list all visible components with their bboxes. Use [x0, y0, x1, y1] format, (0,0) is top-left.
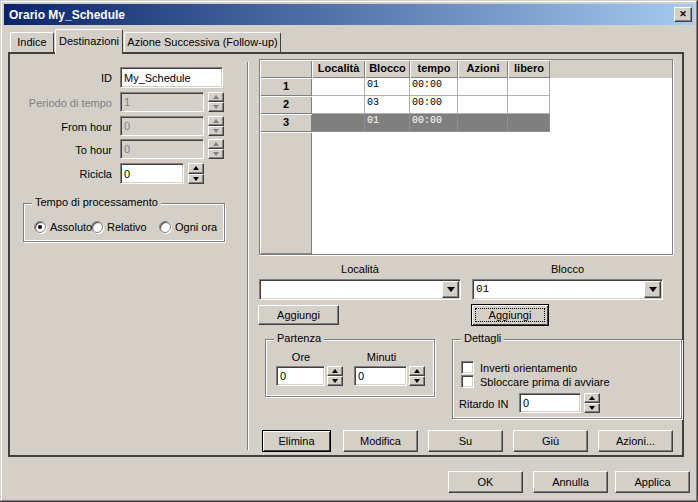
tempo-processamento-label: Tempo di processamento: [32, 196, 161, 209]
ok-button[interactable]: OK: [448, 471, 523, 493]
spin-up-icon: [208, 139, 224, 149]
orario-dialog: Orario My_Schedule ✕ Indice Destinazioni…: [0, 0, 698, 502]
cell-azioni[interactable]: [458, 96, 508, 114]
table-row[interactable]: 1 01 00:00: [260, 78, 672, 96]
table-row-selected[interactable]: 3 01 00:00: [260, 114, 672, 132]
blocco-combobox[interactable]: 01: [472, 279, 663, 300]
id-input[interactable]: [120, 67, 223, 88]
ricicla-input[interactable]: [120, 163, 184, 184]
spin-down-icon: [208, 126, 224, 136]
su-button[interactable]: Su: [428, 430, 503, 452]
sbloccare-checkbox[interactable]: [461, 375, 474, 388]
localita-label: Località: [259, 263, 461, 276]
spin-up-icon[interactable]: [409, 366, 425, 376]
applica-button[interactable]: Applica: [615, 471, 690, 493]
blocco-dropdown-button[interactable]: [644, 281, 661, 298]
inverti-orientamento-checkbox[interactable]: [461, 361, 474, 374]
aggiungi-blocco-button[interactable]: Aggiungi: [471, 304, 549, 326]
radio-assoluto[interactable]: [34, 221, 46, 233]
cell-blocco[interactable]: 03: [365, 96, 410, 114]
ore-input[interactable]: [276, 366, 325, 386]
minuti-input[interactable]: [354, 366, 407, 386]
from-hour-stepper: [208, 116, 224, 136]
cell-localita[interactable]: [312, 78, 365, 96]
aggiungi-localita-button[interactable]: Aggiungi: [258, 305, 339, 325]
modifica-button[interactable]: Modifica: [343, 430, 418, 452]
tab-azione-successiva[interactable]: Azione Successiva (Follow-up): [124, 32, 281, 52]
minuti-stepper[interactable]: [409, 366, 425, 386]
spin-down-icon[interactable]: [409, 376, 425, 386]
schedule-table[interactable]: Località Blocco tempo Azioni libero 1 01…: [259, 59, 673, 255]
chevron-down-icon: [447, 287, 455, 292]
azioni-button[interactable]: Azioni...: [598, 430, 673, 452]
ricicla-label: Ricicla: [18, 168, 112, 181]
spin-down-icon[interactable]: [327, 376, 343, 386]
col-header-azioni: Azioni: [458, 60, 508, 78]
col-header-tempo: tempo: [410, 60, 458, 78]
spin-down-icon: [208, 149, 224, 159]
table-row[interactable]: 2 03 00:00: [260, 96, 672, 114]
titlebar[interactable]: Orario My_Schedule ✕: [4, 4, 694, 25]
periodo-stepper: [208, 92, 224, 112]
dettagli-label: Dettagli: [461, 332, 504, 345]
spin-up-icon: [208, 116, 224, 126]
radio-relativo[interactable]: [91, 221, 103, 233]
col-header-localita: Località: [312, 60, 365, 78]
cell-libero[interactable]: [508, 96, 550, 114]
radio-ogni-ora[interactable]: [159, 221, 171, 233]
annulla-button[interactable]: Annulla: [533, 471, 608, 493]
giu-button[interactable]: Giù: [513, 430, 588, 452]
cell-blocco[interactable]: 01: [365, 78, 410, 96]
row-number[interactable]: 1: [260, 78, 312, 96]
spin-up-icon[interactable]: [327, 366, 343, 376]
localita-combobox[interactable]: [259, 279, 461, 300]
id-label: ID: [20, 72, 112, 85]
window-title: Orario My_Schedule: [9, 8, 125, 22]
radio-relativo-label: Relativo: [107, 221, 147, 234]
to-hour-input: [120, 139, 204, 159]
cell-localita[interactable]: [312, 96, 365, 114]
periodo-label: Periodo di tempo: [18, 97, 112, 110]
row-number[interactable]: 3: [260, 114, 312, 132]
cell-blocco[interactable]: 01: [365, 114, 410, 132]
cell-tempo[interactable]: 00:00: [410, 114, 458, 132]
close-button[interactable]: ✕: [674, 7, 692, 22]
ore-stepper[interactable]: [327, 366, 343, 386]
row-filler: [550, 114, 672, 132]
vertical-divider: [247, 62, 248, 450]
spin-up-icon[interactable]: [584, 393, 600, 403]
from-hour-label: From hour: [18, 121, 112, 134]
spin-down-icon[interactable]: [188, 174, 204, 185]
blocco-label: Blocco: [472, 263, 663, 276]
tab-destinazioni[interactable]: Destinazioni: [55, 29, 123, 54]
cell-tempo[interactable]: 00:00: [410, 96, 458, 114]
ritardo-in-input[interactable]: [519, 393, 581, 413]
dettagli-group: Dettagli Inverti orientamento Sbloccare …: [452, 339, 682, 419]
minuti-label: Minuti: [354, 351, 409, 364]
cell-tempo[interactable]: 00:00: [410, 78, 458, 96]
spin-up-icon[interactable]: [188, 163, 204, 174]
ore-label: Ore: [276, 351, 326, 364]
cell-libero[interactable]: [508, 114, 550, 132]
ritardo-in-label: Ritardo IN: [459, 398, 509, 411]
partenza-label: Partenza: [274, 332, 324, 345]
cell-azioni[interactable]: [458, 78, 508, 96]
row-filler: [550, 96, 672, 114]
cell-libero[interactable]: [508, 78, 550, 96]
spin-down-icon[interactable]: [584, 403, 600, 413]
row-header-filler: [260, 132, 312, 254]
tab-indice[interactable]: Indice: [10, 32, 54, 52]
row-number[interactable]: 2: [260, 96, 312, 114]
ritardo-in-stepper[interactable]: [584, 393, 600, 413]
elimina-button[interactable]: Elimina: [262, 430, 331, 452]
sbloccare-label: Sbloccare prima di avviare: [480, 376, 610, 389]
cell-azioni[interactable]: [458, 114, 508, 132]
ricicla-stepper[interactable]: [188, 163, 204, 184]
cell-localita[interactable]: [312, 114, 365, 132]
localita-dropdown-button[interactable]: [442, 281, 459, 298]
to-hour-stepper: [208, 139, 224, 159]
to-hour-label: To hour: [18, 144, 112, 157]
tempo-processamento-group: Tempo di processamento Assoluto Relativo…: [23, 203, 225, 242]
from-hour-input: [120, 116, 204, 136]
spin-up-icon: [208, 92, 224, 102]
